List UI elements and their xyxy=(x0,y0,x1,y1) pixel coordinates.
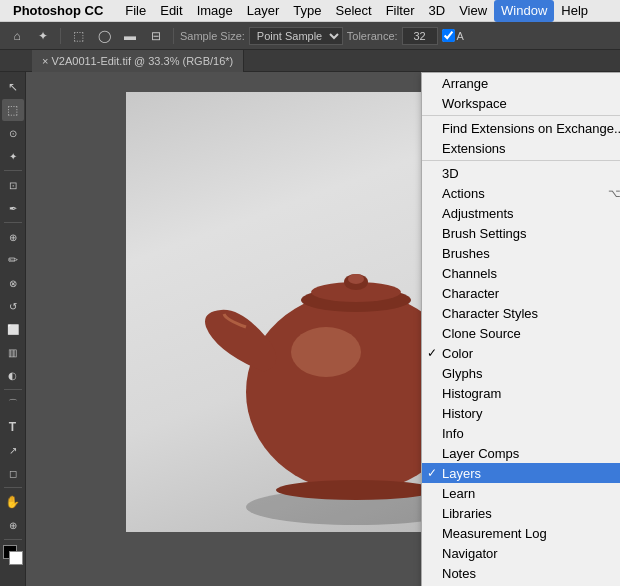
layer-comps-label: Layer Comps xyxy=(442,446,519,461)
tolerance-label: Tolerance: xyxy=(347,30,398,42)
glyphs-label: Glyphs xyxy=(442,366,482,381)
healing-tool[interactable]: ⊕ xyxy=(2,226,24,248)
menu-layer-comps[interactable]: Layer Comps xyxy=(422,443,620,463)
options-toolbar: ⌂ ✦ ⬚ ◯ ▬ ⊟ Sample Size: Point Sample To… xyxy=(0,22,620,50)
menu-notes[interactable]: Notes xyxy=(422,563,620,583)
menu-workspace-label: Workspace xyxy=(442,96,507,111)
menu-view[interactable]: View xyxy=(452,0,494,22)
clone-tool[interactable]: ⊗ xyxy=(2,272,24,294)
menu-clone-source[interactable]: Clone Source xyxy=(422,323,620,343)
menu-glyphs[interactable]: Glyphs xyxy=(422,363,620,383)
type-tool[interactable]: T xyxy=(2,416,24,438)
sample-size-label: Sample Size: xyxy=(180,30,245,42)
canvas-area: Arrange ▶ Workspace ▶ Find Extensions on… xyxy=(26,72,620,586)
menu-window[interactable]: Window xyxy=(494,0,554,22)
svg-point-6 xyxy=(348,274,364,284)
svg-point-7 xyxy=(276,480,436,500)
menu-adjustments[interactable]: Adjustments xyxy=(422,203,620,223)
menu-3d[interactable]: 3D xyxy=(422,163,620,183)
actions-shortcut: ⌥F9 xyxy=(608,187,620,200)
menu-character[interactable]: Character xyxy=(422,283,620,303)
menu-filter[interactable]: Filter xyxy=(379,0,422,22)
hand-tool[interactable]: ✋ xyxy=(2,491,24,513)
menu-character-styles[interactable]: Character Styles xyxy=(422,303,620,323)
move-tool[interactable]: ↖ xyxy=(2,76,24,98)
toolbox: ↖ ⬚ ⊙ ✦ ⊡ ✒ ⊕ ✏ ⊗ ↺ ⬜ ▥ ◐ ⌒ T ↗ ◻ ✋ ⊕ xyxy=(0,72,26,586)
menu-divider-2 xyxy=(422,160,620,161)
gradient-tool[interactable]: ▥ xyxy=(2,341,24,363)
brush-settings-label: Brush Settings xyxy=(442,226,527,241)
tolerance-input[interactable] xyxy=(402,27,438,45)
menu-info[interactable]: Info F8 xyxy=(422,423,620,443)
marquee-tool[interactable]: ⬚ xyxy=(2,99,24,121)
history-brush-tool[interactable]: ↺ xyxy=(2,295,24,317)
menu-workspace[interactable]: Workspace ▶ xyxy=(422,93,620,113)
eraser-tool[interactable]: ⬜ xyxy=(2,318,24,340)
navigator-label: Navigator xyxy=(442,546,498,561)
single-row-icon[interactable]: ⊟ xyxy=(145,25,167,47)
menu-brush-settings[interactable]: Brush Settings F5 xyxy=(422,223,620,243)
menu-arrange[interactable]: Arrange ▶ xyxy=(422,73,620,93)
find-extensions-label: Find Extensions on Exchange... xyxy=(442,121,620,136)
ellipse-marquee-icon[interactable]: ◯ xyxy=(93,25,115,47)
brush-tool[interactable]: ✏ xyxy=(2,249,24,271)
menu-histogram[interactable]: Histogram xyxy=(422,383,620,403)
rect-marquee-icon[interactable]: ⬚ xyxy=(67,25,89,47)
tool-separator-4 xyxy=(4,487,22,488)
info-label: Info xyxy=(442,426,464,441)
histogram-label: Histogram xyxy=(442,386,501,401)
learn-label: Learn xyxy=(442,486,475,501)
tool-options-icon[interactable]: ✦ xyxy=(32,25,54,47)
svg-point-2 xyxy=(291,327,361,377)
measurement-log-label: Measurement Log xyxy=(442,526,547,541)
menu-arrange-label: Arrange xyxy=(442,76,488,91)
menu-layer[interactable]: Layer xyxy=(240,0,287,22)
eyedropper-tool[interactable]: ✒ xyxy=(2,197,24,219)
document-tab[interactable]: × V2A0011-Edit.tif @ 33.3% (RGB/16*) xyxy=(32,50,244,72)
zoom-tool[interactable]: ⊕ xyxy=(2,514,24,536)
path-selection-tool[interactable]: ↗ xyxy=(2,439,24,461)
antialiased-label[interactable]: A xyxy=(442,29,464,42)
menu-libraries[interactable]: Libraries xyxy=(422,503,620,523)
menu-find-extensions[interactable]: Find Extensions on Exchange... xyxy=(422,118,620,138)
menu-navigator[interactable]: Navigator xyxy=(422,543,620,563)
color-label: Color xyxy=(442,346,473,361)
magic-wand-tool[interactable]: ✦ xyxy=(2,145,24,167)
home-icon[interactable]: ⌂ xyxy=(6,25,28,47)
antialiased-text: A xyxy=(457,30,464,42)
color-swatch[interactable] xyxy=(3,545,23,565)
menu-color[interactable]: ✓ Color F6 xyxy=(422,343,620,363)
menu-history[interactable]: History xyxy=(422,403,620,423)
menu-select[interactable]: Select xyxy=(328,0,378,22)
menu-divider-1 xyxy=(422,115,620,116)
menu-image[interactable]: Image xyxy=(190,0,240,22)
sample-size-select[interactable]: Point Sample xyxy=(249,27,343,45)
menu-layers[interactable]: ✓ Layers F7 xyxy=(422,463,620,483)
app-name[interactable]: Photoshop CC xyxy=(6,0,110,22)
brushes-label: Brushes xyxy=(442,246,490,261)
menu-file[interactable]: File xyxy=(118,0,153,22)
character-label: Character xyxy=(442,286,499,301)
dodge-tool[interactable]: ◐ xyxy=(2,364,24,386)
pen-tool[interactable]: ⌒ xyxy=(2,393,24,415)
menu-brushes[interactable]: Brushes xyxy=(422,243,620,263)
layers-check-icon: ✓ xyxy=(427,466,437,480)
menu-help[interactable]: Help xyxy=(554,0,595,22)
single-col-icon[interactable]: ▬ xyxy=(119,25,141,47)
menu-type[interactable]: Type xyxy=(286,0,328,22)
crop-tool[interactable]: ⊡ xyxy=(2,174,24,196)
actions-label: Actions xyxy=(442,186,485,201)
menu-learn[interactable]: Learn xyxy=(422,483,620,503)
lasso-tool[interactable]: ⊙ xyxy=(2,122,24,144)
background-color[interactable] xyxy=(9,551,23,565)
toolbar-separator-1 xyxy=(60,28,61,44)
shape-tool[interactable]: ◻ xyxy=(2,462,24,484)
tab-title: × V2A0011-Edit.tif @ 33.3% (RGB/16*) xyxy=(42,55,233,67)
antialiased-checkbox[interactable] xyxy=(442,29,455,42)
menu-3d[interactable]: 3D xyxy=(422,0,453,22)
menu-measurement-log[interactable]: Measurement Log xyxy=(422,523,620,543)
menu-actions[interactable]: Actions ⌥F9 xyxy=(422,183,620,203)
menu-channels[interactable]: Channels xyxy=(422,263,620,283)
menu-edit[interactable]: Edit xyxy=(153,0,189,22)
menu-extensions[interactable]: Extensions ▶ xyxy=(422,138,620,158)
